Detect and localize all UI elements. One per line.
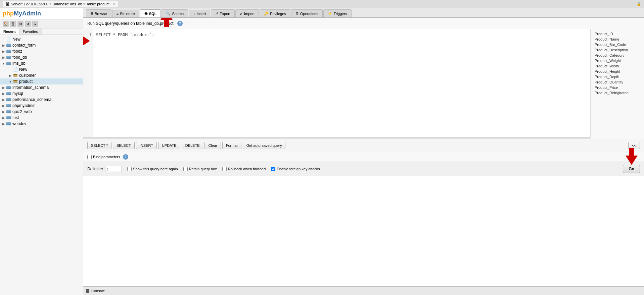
- tree-new-label: New: [12, 37, 20, 42]
- column-item[interactable]: Product_Description: [593, 47, 641, 53]
- sidebar-item-new-top[interactable]: 📄 New: [0, 36, 83, 42]
- foreign-key-text: Enable foreign key checks: [277, 167, 320, 171]
- info-icon[interactable]: ?: [177, 21, 183, 26]
- tab-import[interactable]: ↙ Import: [235, 9, 259, 17]
- sql-resize-handle[interactable]: [83, 137, 590, 139]
- rollback-checkbox[interactable]: [222, 167, 227, 171]
- new-icon: 📄: [6, 37, 11, 42]
- browse-icon: ⊞: [90, 11, 93, 16]
- sidebar-item-quiz2_web[interactable]: ▶ quiz2_web: [0, 109, 83, 115]
- refresh-icon[interactable]: ↺: [25, 21, 31, 27]
- db-icon: 🗄: [6, 2, 9, 6]
- insert-icon: +: [193, 12, 195, 16]
- retain-query-checkbox[interactable]: [183, 167, 188, 171]
- bind-params-info-icon[interactable]: ?: [123, 154, 128, 160]
- clear-button[interactable]: Clear: [204, 142, 221, 149]
- content-spacer: [83, 176, 644, 286]
- sidebar-item-test[interactable]: ▶ test: [0, 115, 83, 121]
- sidebar-item-mysql[interactable]: ▶ mysql: [0, 91, 83, 97]
- tree-db-label: mysql: [12, 91, 23, 96]
- annotation-arrow-right: [83, 36, 93, 46]
- select-button[interactable]: SELECT: [113, 142, 135, 149]
- import-icon: ↙: [240, 11, 243, 16]
- foreign-key-label[interactable]: Enable foreign key checks: [271, 167, 320, 171]
- foreign-key-checkbox[interactable]: [271, 167, 275, 171]
- tree-table-label: customer: [19, 73, 36, 78]
- close-tab-icon[interactable]: ✕: [113, 2, 116, 6]
- tab-insert[interactable]: + Insert: [189, 10, 210, 17]
- tab-operations[interactable]: ⚙ Operations: [291, 9, 323, 17]
- column-item[interactable]: Product_Height: [593, 69, 641, 74]
- delete-button[interactable]: DELETE: [182, 142, 203, 149]
- sidebar-item-ims_db-new[interactable]: 📄 New: [0, 66, 83, 72]
- svg-marker-1: [160, 18, 173, 27]
- triggers-icon: ⚡: [328, 11, 332, 16]
- column-item[interactable]: Product_Quantity: [593, 79, 641, 85]
- sidebar-item-contact_form[interactable]: ▶ contact_form: [0, 42, 83, 48]
- show-query-label[interactable]: Show this query here again: [127, 167, 178, 171]
- sidebar-tab-favorites[interactable]: Favorites: [19, 28, 42, 35]
- pma-logo: phpMyAdmin: [0, 8, 83, 19]
- tree-db-label: information_schema: [12, 85, 49, 90]
- tree-db-label: phpmyadmin: [12, 103, 36, 108]
- columns-scroll[interactable]: Product_ID Product_Name Product_Bar_Code…: [591, 29, 644, 139]
- sidebar-item-product[interactable]: ▼ product: [0, 78, 83, 84]
- column-item[interactable]: Product_Refrigirated: [593, 90, 641, 96]
- column-item[interactable]: Product_Depth: [593, 74, 641, 79]
- sql-columns-panel: Product_ID Product_Name Product_Bar_Code…: [590, 29, 644, 139]
- tab-search-label: Search: [172, 12, 184, 16]
- db-list-icon[interactable]: 🗄: [10, 21, 16, 27]
- column-item[interactable]: Product_Category: [593, 53, 641, 58]
- show-query-checkbox[interactable]: [127, 167, 132, 171]
- sidebar-item-foodz[interactable]: ▶ foodz: [0, 48, 83, 54]
- bind-parameters-checkbox[interactable]: [87, 155, 92, 159]
- browser-tab-bar: 🗄 Server: 127.0.0.1:3306 » Database: ims…: [0, 0, 644, 8]
- tab-structure[interactable]: ≡ Structure: [112, 10, 139, 17]
- delimiter-group: Delimiter: [87, 166, 122, 172]
- tab-triggers[interactable]: ⚡ Triggers: [323, 9, 352, 17]
- console-label: Console: [91, 289, 105, 293]
- select-star-button[interactable]: SELECT *: [87, 142, 111, 149]
- insert-button[interactable]: INSERT: [136, 142, 157, 149]
- column-item[interactable]: Product_Price: [593, 85, 641, 90]
- column-item[interactable]: Product_Bar_Code: [593, 42, 641, 47]
- retain-query-text: Retain query box: [189, 167, 217, 171]
- sidebar-item-webdev[interactable]: ▶ webdev: [0, 121, 83, 127]
- tab-browse[interactable]: ⊞ Browse: [86, 9, 111, 17]
- tree-db-label: test: [12, 115, 19, 120]
- column-item[interactable]: Product_Name: [593, 37, 641, 42]
- bind-parameters-label[interactable]: Bind parameters: [87, 155, 120, 159]
- sidebar-item-performance_schema[interactable]: ▶ performance_schema: [0, 97, 83, 103]
- tab-insert-label: Insert: [197, 12, 206, 16]
- console-bar[interactable]: Console: [83, 286, 644, 295]
- column-item[interactable]: Product_ID: [593, 31, 641, 37]
- home-icon[interactable]: 🏠: [3, 21, 9, 27]
- svg-marker-2: [626, 148, 638, 165]
- tab-search[interactable]: 🔍 Search: [162, 9, 188, 17]
- settings-icon[interactable]: ⚙: [17, 21, 24, 27]
- tab-sql[interactable]: ◉ SQL: [140, 9, 161, 17]
- get-autosaved-button[interactable]: Get auto-saved query: [243, 142, 286, 149]
- browser-tab[interactable]: 🗄 Server: 127.0.0.1:3306 » Database: ims…: [3, 1, 119, 7]
- sidebar-item-phpmyadmin[interactable]: ▶ phpmyadmin: [0, 103, 83, 109]
- go-button[interactable]: Go: [623, 165, 640, 173]
- sidebar-item-information_schema[interactable]: ▶ information_schema: [0, 84, 83, 91]
- sidebar-item-ims_db[interactable]: ▼ ims_db: [0, 60, 83, 66]
- update-button[interactable]: UPDATE: [158, 142, 180, 149]
- delimiter-input[interactable]: [105, 166, 122, 172]
- format-button[interactable]: Format: [222, 142, 241, 149]
- sidebar-item-food_db[interactable]: ▶ food_db: [0, 54, 83, 60]
- tab-triggers-label: Triggers: [334, 12, 347, 16]
- rollback-label[interactable]: Rollback when finished: [222, 167, 266, 171]
- tab-export[interactable]: ↗ Export: [211, 9, 235, 17]
- tab-privileges[interactable]: 🔑 Privileges: [260, 9, 290, 17]
- retain-query-label[interactable]: Retain query box: [183, 167, 217, 171]
- sidebar-item-customer[interactable]: ▶ customer: [0, 72, 83, 78]
- structure-icon: ≡: [117, 12, 119, 16]
- column-item[interactable]: Product_Weight: [593, 58, 641, 63]
- sidebar-tab-recent[interactable]: Recent: [0, 28, 19, 35]
- tab-title: Server: 127.0.0.1:3306 » Database: ims_d…: [11, 2, 109, 6]
- more-icon[interactable]: ▸: [32, 21, 38, 27]
- sql-textarea[interactable]: SELECT * FROM `product`;: [93, 29, 590, 137]
- column-item[interactable]: Product_Width: [593, 63, 641, 69]
